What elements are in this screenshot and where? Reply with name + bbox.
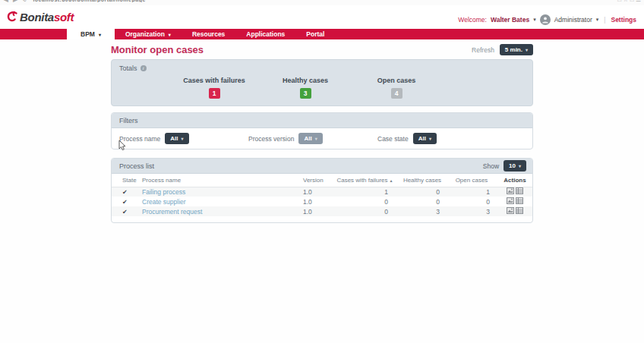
col-actions: Actions xyxy=(496,174,533,187)
browser-forward-icon[interactable]: ▶ xyxy=(13,0,18,3)
process-name-cell: Procurement request xyxy=(140,206,285,216)
chevron-down-icon: ▾ xyxy=(99,32,101,37)
filter-label: Process version xyxy=(248,135,294,143)
col-open-cases[interactable]: Open cases xyxy=(447,174,496,187)
col-process-name[interactable]: Process name xyxy=(140,174,285,187)
state-cell: ✔ xyxy=(112,187,140,197)
chevron-down-icon: ▾ xyxy=(169,32,171,37)
process-name-link[interactable]: Failing process xyxy=(140,188,185,196)
process-name-link[interactable]: Create supplier xyxy=(140,198,186,206)
actions-cell xyxy=(496,206,533,216)
bonitasoft-logo: Bonitasoft xyxy=(6,11,74,24)
bonita-swirl-icon xyxy=(6,11,18,24)
failures-cell: 0 xyxy=(332,206,397,216)
show-label: Show xyxy=(483,162,499,170)
person-icon xyxy=(541,16,549,24)
browser-back-icon[interactable]: ◀ xyxy=(3,0,8,3)
failures-cell: 1 xyxy=(332,187,397,197)
col-state[interactable]: State xyxy=(112,174,140,187)
filter-dropdown[interactable]: All ▾ xyxy=(413,133,437,144)
open-cell: 0 xyxy=(447,197,496,206)
role-label[interactable]: Administrator xyxy=(554,16,592,24)
filter-dropdown[interactable]: All ▾ xyxy=(165,133,188,144)
address-bar[interactable]: localhost:8080/bonita/portal/homepage xyxy=(33,0,613,2)
filter-group: Process name All ▾ xyxy=(119,133,248,144)
nav-item[interactable]: Applications ▾ xyxy=(235,29,295,39)
content: Monitor open cases Refresh 5 min. ▾ Tota… xyxy=(111,44,533,223)
screen: ◀ ▶ ⟳ localhost:8080/bonita/portal/homep… xyxy=(0,0,644,343)
version-cell: 1.0 xyxy=(285,197,332,206)
stat-label: Healthy cases xyxy=(266,77,345,84)
process-name-cell: Create supplier xyxy=(140,197,285,206)
process-name-link[interactable]: Procurement request xyxy=(140,208,202,216)
chevron-down-icon: ▾ xyxy=(519,163,521,168)
filters-panel: Filters Process name All ▾ Process versi… xyxy=(111,112,533,149)
totals-stats: Cases with failures 1 Healthy cases 3 Op… xyxy=(119,77,525,99)
browser-refresh-icon[interactable]: ⟳ xyxy=(23,0,29,3)
case-list-icon[interactable] xyxy=(516,197,523,204)
nav-item[interactable]: BPM ▾ xyxy=(67,29,115,39)
check-icon: ✔ xyxy=(122,209,128,216)
sort-asc-icon: ▴ xyxy=(390,178,393,183)
filter-group: Case state All ▾ xyxy=(377,133,532,144)
stat-badge: 1 xyxy=(209,88,220,99)
process-name-cell: Failing process xyxy=(140,187,285,197)
process-list-panel: Process list Show 10 ▾ State xyxy=(111,158,533,223)
welcome-label: Welcome: xyxy=(458,16,487,24)
view-diagram-icon[interactable] xyxy=(507,187,514,194)
table-row: ✔ Procurement request 1.0 0 3 3 xyxy=(112,206,533,216)
role-caret-icon[interactable]: ▾ xyxy=(596,17,599,23)
browser-toolbar-icons[interactable]: □ ☆ □ ☰ xyxy=(617,0,641,3)
view-diagram-icon[interactable] xyxy=(507,197,514,204)
process-table: State Process name Version Cases with fa… xyxy=(112,174,533,216)
nav-item[interactable]: Resources ▾ xyxy=(182,29,235,39)
col-version[interactable]: Version xyxy=(285,174,332,187)
case-list-icon[interactable] xyxy=(516,187,523,194)
table-header-row: State Process name Version Cases with fa… xyxy=(112,174,533,187)
state-cell: ✔ xyxy=(112,197,140,206)
filters-title: Filters xyxy=(119,117,138,124)
open-cell: 3 xyxy=(447,206,496,216)
info-icon[interactable]: i xyxy=(140,65,147,71)
mouse-cursor xyxy=(118,140,127,151)
actions-cell xyxy=(496,197,533,206)
healthy-cell: 0 xyxy=(397,187,447,197)
settings-link[interactable]: Settings xyxy=(611,16,636,24)
col-cases-with-failures[interactable]: Cases with failures▴ xyxy=(332,174,397,187)
filter-dropdown[interactable]: All ▾ xyxy=(298,133,322,144)
user-zone: Welcome: Walter Bates ▾ Administrator ▾ … xyxy=(458,14,636,25)
avatar[interactable] xyxy=(540,14,551,25)
user-menu-caret-icon[interactable]: ▾ xyxy=(533,17,536,23)
brand-text: Bonitasoft xyxy=(20,11,74,24)
divider: | xyxy=(604,16,605,24)
nav-item[interactable]: Organization ▾ xyxy=(115,29,182,39)
stat-label: Cases with failures xyxy=(175,77,254,84)
chevron-down-icon: ▾ xyxy=(526,47,528,52)
refresh-label: Refresh xyxy=(472,46,494,54)
check-icon: ✔ xyxy=(122,189,128,196)
state-cell: ✔ xyxy=(112,206,140,216)
page-size-dropdown[interactable]: 10 ▾ xyxy=(504,160,526,172)
total-stat: Healthy cases 3 xyxy=(266,77,345,99)
col-healthy-cases[interactable]: Healthy cases xyxy=(397,174,447,187)
failures-cell: 0 xyxy=(332,197,397,206)
chevron-down-icon: ▾ xyxy=(315,136,317,141)
totals-panel: Totals i Cases with failures 1 Healthy c… xyxy=(111,59,533,106)
actions-cell xyxy=(496,187,533,197)
healthy-cell: 3 xyxy=(397,206,447,216)
user-name[interactable]: Walter Bates xyxy=(491,16,529,24)
filter-group: Process version All ▾ xyxy=(248,133,377,144)
total-stat: Open cases 4 xyxy=(357,77,436,99)
process-list-title: Process list xyxy=(119,162,154,170)
case-list-icon[interactable] xyxy=(516,207,523,214)
stat-badge: 3 xyxy=(300,88,311,99)
refresh-interval-dropdown[interactable]: 5 min. ▾ xyxy=(500,44,533,55)
chevron-down-icon: ▾ xyxy=(182,136,184,141)
app-header: Bonitasoft Welcome: Walter Bates ▾ Admin… xyxy=(0,5,644,29)
main-nav: BPM ▾ Organization ▾ Resources ▾ Applica… xyxy=(0,29,644,39)
check-icon: ✔ xyxy=(122,199,128,206)
stat-badge: 4 xyxy=(391,88,402,99)
nav-item[interactable]: Portal ▾ xyxy=(295,29,335,39)
version-cell: 1.0 xyxy=(285,206,332,216)
view-diagram-icon[interactable] xyxy=(507,207,514,214)
